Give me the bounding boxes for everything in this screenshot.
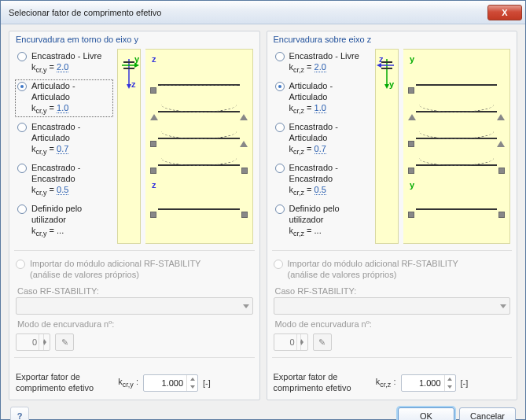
k-value-link[interactable]: 1.0 bbox=[57, 103, 68, 113]
radio-fixed-fixed[interactable]: Encastrado - Encastradokcr,z = 0.5 bbox=[274, 162, 370, 198]
chevron-down-icon bbox=[190, 385, 195, 389]
axis-legend: y bbox=[408, 53, 505, 67]
radio-user-defined[interactable]: Definido pelo utilizadorkcr,z = ... bbox=[274, 203, 370, 239]
chevron-up-icon bbox=[43, 334, 46, 342]
mode-label: Modo de encurvadura nº: bbox=[275, 319, 511, 329]
radio-icon bbox=[17, 123, 27, 132]
export-row: Exportar fator de comprimento efetivo kc… bbox=[16, 364, 253, 392]
options-row: Encastrado - Livrekcr,z = 2.0 Articulado… bbox=[274, 49, 511, 244]
chevron-up-icon bbox=[300, 334, 303, 342]
radio-fixed-pin[interactable]: Encastrado - Articuladokcr,y = 0.7 bbox=[16, 121, 112, 157]
columns: Encurvadura em torno do eixo y Encastrad… bbox=[9, 31, 517, 400]
axis-icon: zy bbox=[119, 53, 139, 92]
radio-icon bbox=[17, 82, 27, 91]
ok-button[interactable]: OK bbox=[398, 407, 454, 420]
radio-icon bbox=[275, 82, 285, 91]
export-unit: [-] bbox=[461, 378, 469, 388]
radio-fixed-free[interactable]: Encastrado - Livrekcr,y = 2.0 bbox=[16, 50, 112, 76]
chevron-up-icon bbox=[447, 378, 452, 381]
separator bbox=[272, 250, 513, 251]
case-combo bbox=[16, 297, 253, 315]
radio-label: Importar do módulo adicional RF-STABILIT… bbox=[288, 259, 458, 281]
help-icon: ? bbox=[17, 411, 23, 420]
export-label: Exportar fator de comprimento efetivo bbox=[16, 372, 102, 392]
svg-text:y: y bbox=[410, 180, 415, 190]
case-combo bbox=[274, 297, 511, 315]
k-value-link[interactable]: 2.0 bbox=[57, 62, 68, 72]
axis-icons: zy bbox=[117, 49, 141, 244]
radio-pin-pin[interactable]: Articulado - Articuladokcr,z = 1.0 bbox=[274, 80, 370, 116]
radio-icon bbox=[275, 204, 285, 214]
radio-pin-pin[interactable]: Articulado - Articuladokcr,y = 1.0 bbox=[16, 80, 112, 116]
k-value-link[interactable]: 0.7 bbox=[57, 144, 68, 154]
diagram-pin-pin bbox=[408, 100, 505, 120]
options-list: Encastrado - Livrekcr,z = 2.0 Articulado… bbox=[274, 49, 370, 244]
axis-legend: y bbox=[408, 180, 505, 191]
k-value-link[interactable]: 0.5 bbox=[57, 185, 68, 195]
radio-icon bbox=[17, 204, 27, 214]
chevron-down-icon bbox=[243, 304, 249, 308]
options-list: Encastrado - Livrekcr,y = 2.0 Articulado… bbox=[16, 49, 112, 244]
diagrams: y y bbox=[403, 49, 510, 244]
radio-label: Encastrado - Articuladokcr,y = 0.7 bbox=[31, 122, 111, 157]
axis-legend: z bbox=[150, 180, 247, 191]
pick-mode-button: ✎ bbox=[55, 333, 74, 351]
svg-text:z: z bbox=[152, 54, 156, 64]
radio-icon bbox=[275, 164, 285, 173]
radio-icon bbox=[17, 164, 27, 173]
chevron-down-icon bbox=[447, 385, 452, 389]
k-value-link[interactable]: 0.7 bbox=[314, 144, 326, 154]
radio-label: Importar do módulo adicional RF-STABILIT… bbox=[30, 259, 200, 281]
svg-text:z: z bbox=[131, 79, 136, 89]
diagram-free bbox=[408, 73, 505, 94]
export-unit: [-] bbox=[203, 378, 211, 388]
export-label: Exportar fator de comprimento efetivo bbox=[274, 372, 360, 392]
k-value-link[interactable]: 1.0 bbox=[314, 103, 326, 113]
export-value-spinner[interactable]: 1.000 bbox=[143, 374, 198, 392]
mode-label: Modo de encurvadura nº: bbox=[17, 319, 253, 329]
mode-row: 0 ✎ bbox=[16, 333, 253, 351]
diagram-fixed-pin bbox=[408, 127, 505, 147]
radio-fixed-fixed[interactable]: Encastrado - Encastradokcr,y = 0.5 bbox=[16, 162, 112, 198]
titlebar: Selecionar fator de comprimento efetivo … bbox=[1, 1, 525, 24]
radio-import-stability: Importar do módulo adicional RF-STABILIT… bbox=[274, 259, 511, 281]
radio-label: Encastrado - Encastradokcr,y = 0.5 bbox=[31, 163, 111, 197]
close-button[interactable]: X bbox=[487, 5, 522, 20]
radio-fixed-free[interactable]: Encastrado - Livrekcr,z = 2.0 bbox=[274, 50, 370, 76]
separator bbox=[272, 357, 513, 358]
group-z: Encurvadura sobre eixo z Encastrado - Li… bbox=[267, 31, 518, 400]
radio-label: Definido pelo utilizadorkcr,z = ... bbox=[289, 204, 369, 238]
window-title: Selecionar fator de comprimento efetivo bbox=[9, 8, 487, 17]
export-value-spinner[interactable]: 1.000 bbox=[401, 374, 456, 392]
chevron-down-icon bbox=[43, 342, 46, 350]
mode-spinner: 0 bbox=[274, 333, 308, 351]
k-value-link[interactable]: 2.0 bbox=[314, 62, 326, 72]
radio-import-stability: Importar do módulo adicional RF-STABILIT… bbox=[16, 259, 253, 281]
close-icon: X bbox=[502, 8, 507, 17]
radio-icon bbox=[275, 123, 285, 132]
radio-label: Encastrado - Encastradokcr,z = 0.5 bbox=[289, 163, 369, 197]
cancel-button[interactable]: Cancelar bbox=[459, 407, 516, 420]
k-value-link[interactable]: 0.5 bbox=[314, 185, 326, 195]
diagrams: z z bbox=[145, 49, 252, 244]
dialog-window: Selecionar fator de comprimento efetivo … bbox=[0, 0, 526, 420]
radio-label: Articulado - Articuladokcr,y = 1.0 bbox=[31, 81, 111, 116]
axis-icons: yz bbox=[375, 49, 399, 244]
radio-user-defined[interactable]: Definido pelo utilizadorkcr,y = ... bbox=[16, 203, 112, 239]
mode-row: 0 ✎ bbox=[274, 333, 511, 351]
radio-label: Encastrado - Livrekcr,y = 2.0 bbox=[31, 51, 101, 75]
diagram-user bbox=[150, 197, 247, 218]
svg-text:y: y bbox=[410, 54, 415, 64]
export-k-label: kcr,y : bbox=[107, 377, 138, 389]
chevron-down-icon bbox=[500, 304, 506, 308]
chevron-up-icon bbox=[190, 378, 195, 381]
diagram-fixed-fixed bbox=[150, 153, 247, 174]
help-button[interactable]: ? bbox=[10, 407, 29, 420]
pick-mode-button: ✎ bbox=[313, 333, 332, 351]
radio-fixed-pin[interactable]: Encastrado - Articuladokcr,z = 0.7 bbox=[274, 121, 370, 157]
diagram-pin-pin bbox=[150, 100, 247, 120]
radio-icon bbox=[17, 52, 27, 61]
radio-label: Articulado - Articuladokcr,z = 1.0 bbox=[289, 81, 369, 116]
radio-icon bbox=[275, 52, 285, 61]
case-label: Caso RF-STABILITY: bbox=[275, 286, 511, 296]
